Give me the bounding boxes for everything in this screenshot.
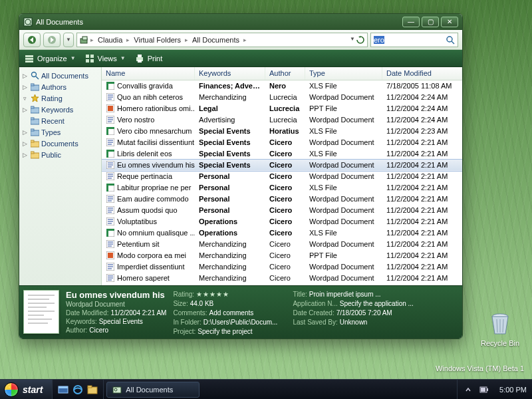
file-name: Assum quodsi quo [117, 206, 178, 214]
file-keywords: Merchandizing [195, 251, 265, 259]
file-row[interactable]: Eam audire commodoPersonalCiceroWordpad … [102, 194, 462, 205]
search-box[interactable] [370, 33, 458, 47]
forward-button[interactable] [43, 33, 61, 47]
folder-icon [30, 128, 39, 137]
breadcrumb-item[interactable]: All Documents [190, 36, 242, 44]
expand-icon[interactable]: ▷ [22, 140, 28, 147]
file-row[interactable]: VoluptatibusOperationsCiceroWordpad Docu… [102, 216, 462, 227]
svg-rect-48 [106, 127, 114, 129]
file-date: 11/2/2004 2:21 AM [382, 195, 462, 203]
organize-button[interactable]: Organize ▼ [25, 54, 76, 63]
search-input[interactable] [374, 36, 446, 44]
detail-key: Application N... [293, 299, 337, 308]
file-date: 11/2/2004 2:21 AM [382, 240, 462, 248]
sidebar-item[interactable]: ▷Authors [21, 81, 100, 92]
refresh-icon[interactable] [356, 36, 364, 44]
titlebar[interactable]: All Documents ― ▢ ✕ [19, 14, 462, 30]
file-row[interactable]: Assum quodsi quoPersonalCiceroWordpad Do… [102, 205, 462, 216]
expand-icon[interactable]: ▷ [22, 129, 28, 136]
file-row[interactable]: Quo an nibh ceterosMerchandizingLucrecia… [102, 92, 462, 103]
detail-key: Date Modified: [66, 309, 108, 317]
file-type: PPT File [305, 251, 382, 259]
clock[interactable]: 5:00 PM [495, 386, 527, 394]
file-row[interactable]: Modo corpora ea meiMerchandizingCiceroPP… [102, 250, 462, 261]
expand-icon[interactable]: ▷ [22, 152, 28, 158]
breadcrumb-item[interactable]: Claudia [95, 36, 125, 44]
breadcrumb[interactable]: ▸ Claudia ▸ Virtual Folders ▸ All Docume… [76, 33, 368, 47]
sidebar-item[interactable]: ▷Types [21, 126, 100, 138]
file-keywords: Operations [195, 217, 265, 225]
file-row[interactable]: Libris delenit eosSpecial EventsCiceroXL… [102, 148, 462, 160]
file-row[interactable]: Homero saperetMerchandizingCiceroWordpad… [102, 273, 462, 284]
search-icon[interactable] [446, 35, 455, 45]
battery-icon[interactable] [479, 384, 489, 395]
close-button[interactable]: ✕ [441, 17, 458, 27]
column-date[interactable]: Date Modified [382, 67, 462, 80]
file-icon [106, 138, 114, 147]
history-dropdown-button[interactable]: ▼ [63, 33, 74, 47]
sidebar-item[interactable]: ▷Public [21, 149, 100, 160]
detail-value[interactable]: ★★★★★ [196, 290, 229, 299]
file-author: Nero [265, 82, 305, 90]
file-keywords: Personal [195, 195, 265, 203]
file-type: XLS File [305, 184, 382, 192]
expand-icon[interactable]: ▷ [22, 84, 28, 90]
sidebar-item[interactable]: ▷Documents [21, 138, 100, 149]
show-desktop-icon[interactable] [57, 383, 70, 396]
expand-icon[interactable]: ▷ [22, 106, 28, 113]
file-type: Wordpad Document [305, 116, 382, 124]
recycle-bin[interactable]: Recycle Bin [480, 311, 520, 347]
file-author: Cicero [265, 217, 305, 225]
detail-key: Date Created: [293, 309, 334, 317]
file-row[interactable]: Labitur propriae ne perPersonalCiceroXLS… [102, 182, 462, 194]
sidebar-item[interactable]: Recent [21, 115, 100, 126]
svg-rect-41 [108, 106, 113, 111]
print-label: Print [148, 55, 163, 63]
breadcrumb-dropdown-icon[interactable]: ▼ [350, 36, 355, 44]
column-type[interactable]: Type [305, 67, 382, 80]
column-name[interactable]: Name [102, 67, 195, 80]
file-icon [106, 251, 114, 260]
file-row[interactable]: Mutat facilisi dissentiuntSpecial Events… [102, 137, 462, 148]
expand-icon[interactable]: ▷ [22, 72, 28, 79]
minimize-button[interactable]: ― [402, 17, 420, 27]
file-row[interactable]: Convallis gravidaFinances; AdvertisingNe… [102, 80, 462, 92]
breadcrumb-item[interactable]: Virtual Folders [131, 36, 184, 44]
file-type: Wordpad Document [305, 138, 382, 146]
file-row[interactable]: Vero nostroAdvertisingLucreciaWordpad Do… [102, 114, 462, 126]
file-date: 11/2/2004 2:21 AM [382, 206, 462, 214]
file-row[interactable]: Eu omnes vivendum hisSpecial EventsCicer… [102, 160, 462, 171]
views-button[interactable]: Views ▼ [85, 54, 126, 63]
file-row[interactable]: Petentium sitMerchandizingCiceroWordpad … [102, 239, 462, 250]
file-type: Wordpad Document [305, 274, 382, 282]
sidebar-item[interactable]: ▷All Documents [21, 70, 100, 81]
ie-icon[interactable] [71, 383, 84, 396]
file-type: XLS File [305, 150, 382, 158]
file-row[interactable]: No omnium qualisque ...OperationsCiceroX… [102, 227, 462, 239]
system-tray: 5:00 PM [457, 380, 532, 400]
expand-icon[interactable]: ▿ [22, 95, 28, 102]
explorer-icon[interactable] [86, 383, 99, 396]
maximize-button[interactable]: ▢ [422, 17, 439, 27]
file-row[interactable]: Vero cibo mnesarchumSpecial EventsHorati… [102, 126, 462, 137]
file-row[interactable]: Homero rationibus omi...LegalLucreciaPPT… [102, 103, 462, 114]
file-rows[interactable]: Convallis gravidaFinances; AdvertisingNe… [102, 80, 462, 285]
file-date: 11/2/2004 2:21 AM [382, 150, 462, 158]
start-button[interactable]: start [0, 380, 53, 400]
recycle-bin-label: Recycle Bin [480, 339, 520, 347]
sidebar-item[interactable]: ▷Keywords [21, 104, 100, 115]
print-button[interactable]: Print [135, 54, 163, 63]
column-author[interactable]: Author [265, 67, 305, 80]
back-button[interactable] [23, 33, 41, 47]
tray-chevron-icon[interactable] [463, 384, 473, 395]
sidebar-label: Documents [41, 140, 78, 148]
taskbar-button[interactable]: All Documents [106, 382, 200, 398]
sidebar-item[interactable]: ▿Rating [21, 92, 100, 104]
file-row[interactable]: Reque pertinaciaPersonalCiceroWordpad Do… [102, 171, 462, 182]
file-row[interactable]: Imperdiet dissentiuntMerchandizingCicero… [102, 261, 462, 273]
file-type: XLS File [305, 82, 382, 90]
file-name: No omnium qualisque ... [117, 229, 195, 237]
sidebar-label: Keywords [41, 106, 73, 114]
taskbar-button-icon [112, 385, 122, 394]
column-keywords[interactable]: Keywords [195, 67, 265, 80]
